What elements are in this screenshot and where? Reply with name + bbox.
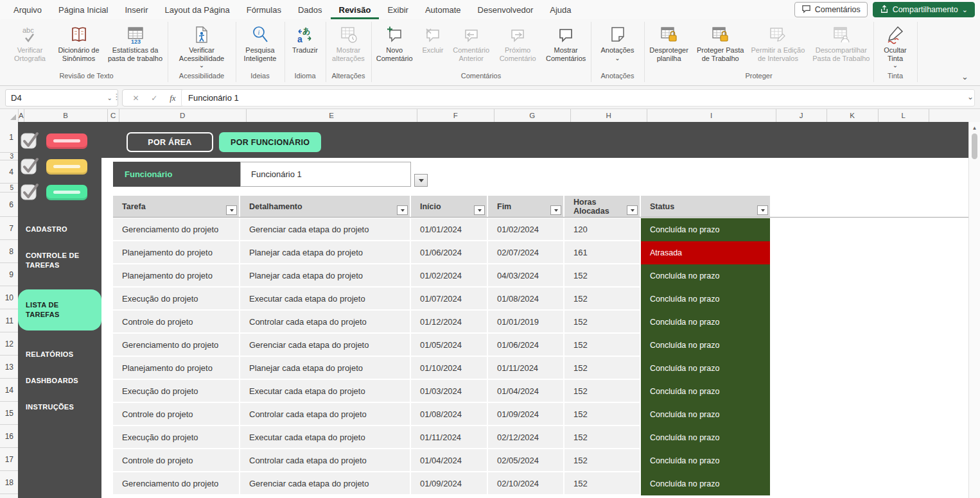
cell-horas[interactable]: 152	[564, 357, 640, 379]
cell-fim[interactable]: 01/01/2019	[488, 311, 563, 332]
row-header[interactable]: 4	[0, 160, 18, 184]
expand-formula-bar-icon[interactable]: ⌄	[967, 92, 974, 101]
share-button[interactable]: Compartilhamento ⌄	[873, 2, 975, 17]
status-badge[interactable]: Concluída no prazo	[641, 218, 770, 241]
sidebar-nav-item[interactable]: LISTA DE TAREFAS	[18, 289, 101, 331]
vertical-scrollbar[interactable]: ▲	[968, 122, 980, 498]
cell-fim[interactable]: 01/08/2024	[488, 288, 563, 309]
filter-dropdown-button[interactable]	[550, 205, 561, 215]
cell-fim[interactable]: 01/11/2024	[488, 357, 563, 379]
row-header[interactable]: 11	[0, 309, 18, 332]
sidebar-nav-item[interactable]: DASHBOARDS	[18, 376, 101, 386]
status-badge[interactable]: Concluída no prazo	[641, 449, 770, 472]
cell-inicio[interactable]: 01/09/2024	[411, 472, 487, 494]
proteger-pasta-button[interactable]: Proteger Pasta de Trabalho	[694, 23, 747, 62]
cell-detalhamento[interactable]: Planejar cada etapa do projeto	[240, 357, 410, 379]
status-badge[interactable]: Atrasada	[641, 241, 770, 264]
menu-tab[interactable]: Revisão	[331, 0, 380, 19]
column-header[interactable]: L	[879, 109, 929, 122]
status-badge[interactable]: Concluída no prazo	[641, 311, 770, 334]
row-header[interactable]: 17	[0, 448, 18, 471]
pesquisa-inteligente-button[interactable]: i Pesquisa Inteligente	[237, 23, 283, 62]
cell-detalhamento[interactable]: Gerenciar cada etapa do projeto	[240, 218, 410, 240]
status-badge[interactable]: Concluída no prazo	[641, 357, 770, 380]
collapse-ribbon-button[interactable]: ⌄	[958, 71, 972, 83]
traduzir-button[interactable]: あa Traduzir	[286, 23, 324, 55]
sidebar-nav-item[interactable]: CONTROLE DE TAREFAS	[18, 251, 101, 270]
status-badge[interactable]: Concluída no prazo	[641, 472, 770, 495]
verificar-acessibilidade-button[interactable]: Verificar Acessibilidade ⌄	[168, 23, 235, 69]
cell-tarefa[interactable]: Execução do projeto	[113, 380, 239, 402]
row-header[interactable]: 13	[0, 356, 18, 379]
cell-inicio[interactable]: 01/02/2024	[411, 264, 487, 286]
status-badge[interactable]: Concluída no prazo	[641, 403, 770, 426]
view-toggle-button[interactable]: POR FUNCIONÁRIO	[219, 132, 321, 152]
dicionario-sinonimos-button[interactable]: Dicionário de Sinônimos	[54, 23, 104, 62]
insert-function-icon[interactable]: fx	[170, 93, 175, 103]
filter-dropdown-button[interactable]	[757, 205, 768, 215]
estatisticas-pasta-button[interactable]: 123 Estatísticas da pasta de trabalho	[104, 23, 167, 62]
cell-detalhamento[interactable]: Planejar cada etapa do projeto	[240, 241, 410, 263]
filter-dropdown-button[interactable]	[474, 205, 485, 215]
cell-fim[interactable]: 02/12/2024	[488, 426, 563, 448]
cell-tarefa[interactable]: Execução do projeto	[113, 288, 239, 309]
cell-fim[interactable]: 01/04/2024	[488, 380, 563, 402]
cell-horas[interactable]: 152	[564, 472, 640, 494]
row-header[interactable]: 9	[0, 263, 18, 286]
row-header[interactable]: 5	[0, 184, 18, 193]
status-badge[interactable]: Concluída no prazo	[641, 380, 770, 403]
column-header[interactable]: K	[827, 109, 879, 122]
cell-inicio[interactable]: 01/05/2024	[411, 334, 487, 356]
employee-selector-value[interactable]: Funcionário 1	[240, 162, 411, 187]
cell-horas[interactable]: 152	[564, 288, 640, 309]
cell-tarefa[interactable]: Gerenciamento do projeto	[113, 334, 239, 356]
row-header[interactable]: 10	[0, 286, 18, 309]
sidebar-nav-item[interactable]: CADASTRO	[18, 225, 101, 234]
cell-inicio[interactable]: 01/06/2024	[411, 241, 487, 263]
checkbox-icon[interactable]	[21, 130, 39, 152]
column-header[interactable]: F	[417, 109, 494, 122]
row-header[interactable]: 3	[0, 153, 18, 160]
cell-tarefa[interactable]: Planejamento do projeto	[113, 264, 239, 286]
filter-dropdown-button[interactable]	[627, 205, 638, 215]
row-header[interactable]: 1	[0, 122, 18, 153]
cell-horas[interactable]: 152	[564, 264, 640, 286]
cell-detalhamento[interactable]: Controlar cada etapa do projeto	[240, 311, 410, 332]
cell-fim[interactable]: 04/03/2024	[488, 264, 563, 286]
menu-tab[interactable]: Automate	[417, 0, 469, 19]
status-badge[interactable]: Concluída no prazo	[641, 288, 770, 311]
menu-tab[interactable]: Exibir	[379, 0, 417, 19]
row-header[interactable]: 14	[0, 379, 18, 402]
cell-tarefa[interactable]: Controle do projeto	[113, 403, 239, 425]
column-header[interactable]: E	[247, 109, 417, 122]
name-box[interactable]: D4 ⌄	[5, 89, 118, 107]
cell-horas[interactable]: 120	[564, 218, 640, 240]
menu-tab[interactable]: Layout da Página	[157, 0, 238, 19]
cell-detalhamento[interactable]: Executar cada etapa do projeto	[240, 426, 410, 448]
ocultar-tinta-button[interactable]: Ocultar Tinta ⌄	[875, 23, 916, 69]
cell-detalhamento[interactable]: Executar cada etapa do projeto	[240, 288, 410, 309]
row-header[interactable]: 8	[0, 240, 18, 263]
cell-tarefa[interactable]: Gerenciamento do projeto	[113, 218, 239, 240]
cell-inicio[interactable]: 01/07/2024	[411, 288, 487, 309]
cell-horas[interactable]: 152	[564, 403, 640, 425]
cell-detalhamento[interactable]: Controlar cada etapa do projeto	[240, 449, 410, 471]
cell-tarefa[interactable]: Execução do projeto	[113, 426, 239, 448]
cell-inicio[interactable]: 01/10/2024	[411, 357, 487, 379]
menu-tab[interactable]: Fórmulas	[238, 0, 290, 19]
scroll-up-icon[interactable]: ▲	[969, 123, 980, 132]
cell-inicio[interactable]: 01/12/2024	[411, 311, 487, 332]
novo-comentario-button[interactable]: Novo Comentário	[371, 23, 417, 62]
sidebar-nav-item[interactable]: INSTRUÇÕES	[18, 402, 101, 412]
menu-tab[interactable]: Ajuda	[541, 0, 579, 19]
cell-horas[interactable]: 152	[564, 449, 640, 471]
cell-fim[interactable]: 02/10/2024	[488, 472, 563, 494]
cell-tarefa[interactable]: Controle do projeto	[113, 311, 239, 332]
column-header[interactable]: H	[571, 109, 647, 122]
column-header[interactable]: J	[776, 109, 827, 122]
view-toggle-button[interactable]: POR ÁREA	[127, 132, 213, 152]
employee-dropdown-button[interactable]	[414, 174, 428, 187]
column-header[interactable]: C	[108, 109, 119, 122]
mostrar-comentarios-button[interactable]: Mostrar Comentários	[541, 23, 591, 62]
cell-detalhamento[interactable]: Planejar cada etapa do projeto	[240, 264, 410, 286]
